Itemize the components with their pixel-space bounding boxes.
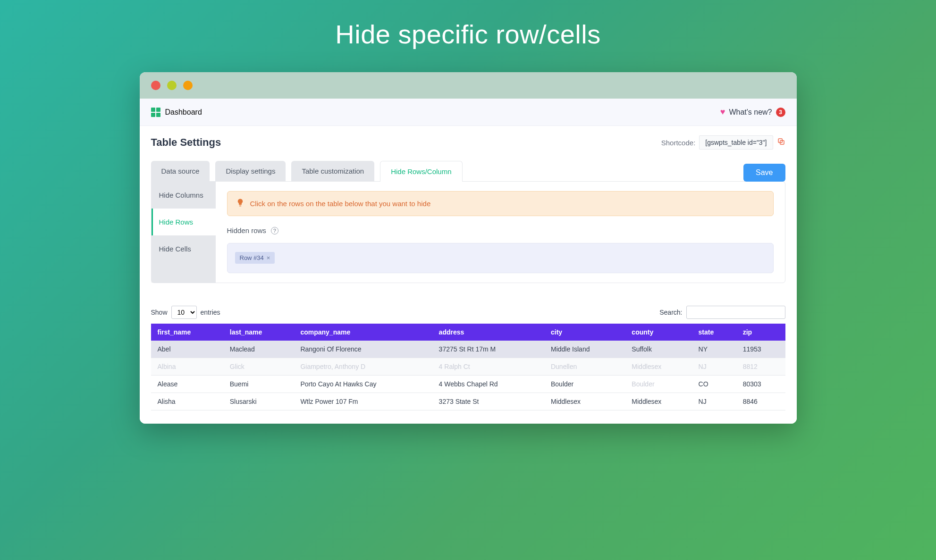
chip-label: Row #34 [240, 254, 264, 261]
sidebar-item-hide-cells[interactable]: Hide Cells [152, 235, 216, 262]
table-row[interactable]: Abel Maclead Rangoni Of Florence 37275 S… [151, 341, 785, 358]
window-titlebar [140, 72, 797, 99]
heart-icon: ♥ [720, 107, 725, 117]
col-zip[interactable]: zip [736, 324, 785, 341]
search-wrap: Search: [659, 306, 785, 319]
shortcode-wrap: Shortcode: [gswpts_table id="3"] [661, 135, 785, 150]
hidden-rows-label: Hidden rows [227, 226, 266, 234]
entries-suffix: entries [201, 309, 220, 316]
tab-table-customization[interactable]: Table customization [291, 161, 374, 182]
table-row[interactable]: Alisha Slusarski Wtlz Power 107 Fm 3273 … [151, 393, 785, 410]
save-button[interactable]: Save [743, 164, 785, 182]
content: Table Settings Shortcode: [gswpts_table … [140, 126, 797, 424]
search-label: Search: [659, 309, 682, 316]
col-state[interactable]: state [692, 324, 736, 341]
whats-new-button[interactable]: ♥ What's new? 3 [720, 107, 785, 117]
tab-hide-rows-column[interactable]: Hide Rows/Column [380, 161, 462, 182]
data-table: first_name last_name company_name addres… [151, 324, 785, 410]
copy-icon[interactable] [777, 137, 785, 148]
whats-new-badge: 3 [776, 108, 785, 117]
col-last-name[interactable]: last_name [223, 324, 294, 341]
page-title: Table Settings [151, 136, 221, 149]
show-entries: Show 10 entries [151, 306, 220, 319]
app-window: Dashboard ♥ What's new? 3 Table Settings… [140, 72, 797, 424]
panel: Hide Columns Hide Rows Hide Cells Click … [151, 181, 785, 283]
table-section: Show 10 entries Search: first_name last_… [151, 306, 785, 410]
search-input[interactable] [686, 306, 785, 319]
traffic-light-close[interactable] [151, 81, 160, 90]
shortcode-value: [gswpts_table id="3"] [699, 135, 773, 150]
traffic-light-zoom[interactable] [183, 81, 193, 90]
hidden-rows-chip-area: Row #34 × [227, 243, 774, 273]
table-row[interactable]: Albina Glick Giampetro, Anthony D 4 Ralp… [151, 358, 785, 376]
page-header: Table Settings Shortcode: [gswpts_table … [151, 135, 785, 150]
col-address[interactable]: address [432, 324, 544, 341]
col-first-name[interactable]: first_name [151, 324, 223, 341]
tabs-row: Data source Display settings Table custo… [151, 161, 785, 182]
table-controls: Show 10 entries Search: [151, 306, 785, 319]
col-company-name[interactable]: company_name [294, 324, 432, 341]
chip-remove-icon[interactable]: × [267, 254, 270, 261]
bulb-icon [236, 198, 245, 209]
hero-title: Hide specific row/cells [0, 19, 936, 50]
entries-select[interactable]: 10 [171, 306, 197, 319]
chip-row-34: Row #34 × [235, 252, 275, 264]
topbar-left: Dashboard [151, 108, 202, 117]
hint-banner: Click on the rows on the table below tha… [227, 191, 774, 216]
tabs: Data source Display settings Table custo… [151, 161, 463, 182]
table-header-row: first_name last_name company_name addres… [151, 324, 785, 341]
tab-display-settings[interactable]: Display settings [215, 161, 286, 182]
sidebar-item-hide-rows[interactable]: Hide Rows [152, 209, 216, 235]
hidden-rows-label-wrap: Hidden rows ? [227, 226, 774, 234]
col-county[interactable]: county [625, 324, 691, 341]
tab-data-source[interactable]: Data source [151, 161, 210, 182]
shortcode-label: Shortcode: [661, 139, 696, 147]
col-city[interactable]: city [544, 324, 625, 341]
help-icon[interactable]: ? [271, 227, 278, 234]
dashboard-icon [151, 108, 160, 117]
panel-sidebar: Hide Columns Hide Rows Hide Cells [152, 182, 216, 283]
sidebar-item-hide-columns[interactable]: Hide Columns [152, 182, 216, 209]
panel-body: Click on the rows on the table below tha… [216, 182, 785, 283]
hint-text: Click on the rows on the table below tha… [250, 200, 431, 208]
table-row[interactable]: Alease Buemi Porto Cayo At Hawks Cay 4 W… [151, 376, 785, 393]
topbar: Dashboard ♥ What's new? 3 [140, 99, 797, 126]
show-label: Show [151, 309, 168, 316]
dashboard-label[interactable]: Dashboard [165, 108, 202, 117]
whats-new-label: What's new? [729, 108, 772, 117]
traffic-light-minimize[interactable] [167, 81, 177, 90]
